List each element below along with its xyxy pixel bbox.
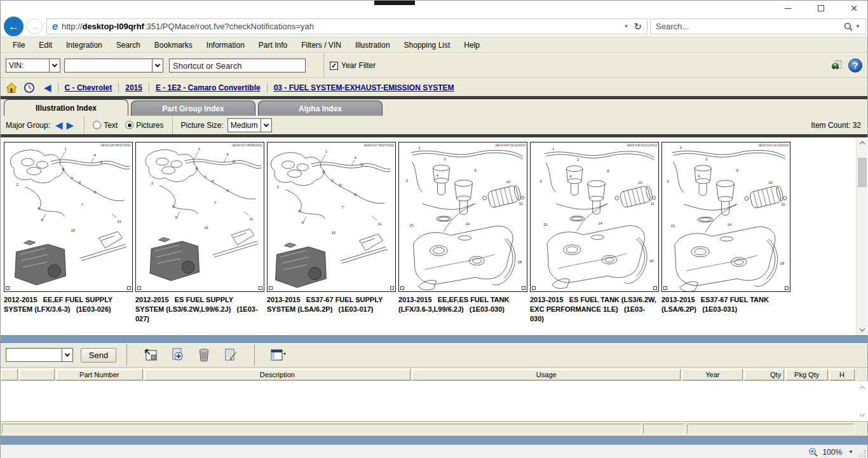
address-bar[interactable]: e http://desktop-l09qrhf:351/PQMace/root… bbox=[46, 18, 648, 34]
breadcrumb-make[interactable]: C - Chevrolet bbox=[65, 83, 112, 92]
breadcrumb-model[interactable]: E - 1E2 - Camaro Convertible bbox=[156, 83, 261, 92]
major-group-prev-icon[interactable]: ◀ bbox=[55, 120, 63, 131]
illustration-thumbnail[interactable]: 1E03-031 01/11/2013 bbox=[661, 142, 790, 292]
history-clock-icon[interactable] bbox=[24, 82, 35, 94]
text-radio[interactable] bbox=[93, 121, 101, 129]
gallery-scrollbar[interactable] bbox=[856, 137, 867, 335]
header-usage[interactable]: Usage bbox=[412, 369, 681, 380]
table-scrollbar[interactable] bbox=[858, 385, 867, 418]
illustration-drawing bbox=[662, 142, 790, 291]
header-part-number[interactable]: Part Number bbox=[56, 369, 143, 380]
illustration-caption[interactable]: 2013-2015 ES FUEL TANK (LS3/6.2W, EXC PE… bbox=[530, 295, 658, 324]
illustration-caption[interactable]: 2013-2015 ES37-67 FUEL TANK (LSA/6.2P) (… bbox=[661, 295, 790, 314]
illustration-thumbnail[interactable]: 1E03-030 01/11/2013 bbox=[398, 142, 527, 292]
header-pkg-qty[interactable]: Pkg Qty bbox=[785, 369, 828, 380]
year-filter-checkbox[interactable]: ✓ bbox=[330, 62, 338, 70]
send-button[interactable]: Send bbox=[81, 348, 116, 363]
minimize-button[interactable] bbox=[780, 2, 796, 15]
browser-search-box[interactable]: ▼ bbox=[650, 18, 866, 34]
header-qty[interactable]: Qty bbox=[744, 369, 784, 380]
pictures-radio[interactable] bbox=[125, 121, 133, 129]
picture-size-select[interactable]: Medium bbox=[227, 118, 272, 132]
breadcrumb-year[interactable]: 2015 bbox=[125, 83, 142, 92]
breadcrumb-back-icon[interactable]: ◀ bbox=[44, 82, 51, 94]
illustration-thumbnail[interactable]: 1E03-030 01/11/2013 bbox=[530, 142, 659, 292]
close-button[interactable]: × bbox=[846, 2, 862, 15]
scroll-up-button[interactable] bbox=[857, 137, 868, 148]
header-description[interactable]: Description bbox=[144, 369, 410, 380]
search-dropdown-icon[interactable]: ▼ bbox=[855, 24, 860, 29]
zoom-level[interactable]: 100% bbox=[822, 448, 842, 457]
header-thumb-column[interactable] bbox=[19, 369, 55, 380]
thumbnail-corner-icon bbox=[532, 286, 536, 290]
forward-button[interactable]: → bbox=[27, 18, 43, 34]
column-options-button[interactable] bbox=[270, 347, 287, 363]
thumbnail-corner-icon bbox=[653, 286, 657, 290]
chevron-up-icon[interactable] bbox=[860, 386, 865, 391]
illustration-thumbnail[interactable]: 1E03-027 06/06/2011 bbox=[135, 142, 264, 292]
major-group-next-icon[interactable]: ▶ bbox=[67, 120, 74, 131]
menu-illustration[interactable]: Illustration bbox=[348, 41, 397, 50]
back-button[interactable]: ← bbox=[4, 17, 24, 36]
pane-splitter[interactable] bbox=[1, 335, 867, 343]
maximize-button[interactable] bbox=[813, 2, 829, 15]
menu-help[interactable]: Help bbox=[457, 41, 487, 50]
pictures-radio-label: Pictures bbox=[136, 121, 163, 130]
chevron-down-icon[interactable] bbox=[860, 412, 865, 417]
delete-button[interactable] bbox=[196, 347, 212, 363]
illustration-caption[interactable]: 2013-2015 EE,EF,ES FUEL TANK (LFX/3.6-3,… bbox=[398, 295, 527, 314]
popout-window-button[interactable] bbox=[142, 347, 159, 363]
add-item-button[interactable] bbox=[169, 347, 186, 363]
picture-size-select-button[interactable] bbox=[261, 119, 271, 132]
header-h[interactable]: H bbox=[829, 369, 855, 380]
menu-search[interactable]: Search bbox=[109, 41, 147, 50]
vin-value-dropdown-button[interactable] bbox=[152, 59, 163, 72]
vehicle-report-icon[interactable] bbox=[831, 60, 843, 71]
vin-type-dropdown[interactable]: VIN: bbox=[6, 59, 60, 73]
menu-integration[interactable]: Integration bbox=[59, 41, 109, 50]
address-dropdown-icon[interactable]: ▼ bbox=[624, 24, 629, 29]
send-target-dropdown[interactable] bbox=[6, 348, 73, 362]
shortcut-search-input[interactable] bbox=[169, 59, 306, 73]
send-target-dropdown-button[interactable] bbox=[62, 349, 72, 361]
divider bbox=[118, 83, 119, 93]
url-text[interactable]: http://desktop-l09qrhf:351/PQMace/root.f… bbox=[62, 22, 619, 31]
scroll-down-button[interactable] bbox=[857, 324, 868, 335]
menu-edit[interactable]: Edit bbox=[32, 41, 59, 50]
header-year[interactable]: Year bbox=[682, 369, 743, 380]
zoom-dropdown-icon[interactable]: ▼ bbox=[848, 449, 853, 455]
scrollbar-thumb[interactable] bbox=[858, 158, 867, 187]
header-selector-column[interactable] bbox=[1, 369, 18, 380]
home-icon[interactable] bbox=[6, 82, 17, 94]
illustration-thumbnail[interactable]: 1E03-026 06/27/2011 bbox=[4, 142, 133, 292]
tab-illustration-index[interactable]: Illustration Index bbox=[4, 99, 128, 116]
zoom-magnifier-icon[interactable] bbox=[808, 447, 818, 457]
menu-part-info[interactable]: Part Info bbox=[252, 41, 294, 50]
breadcrumb-group[interactable]: 03 - FUEL SYSTEM-EXHAUST-EMISSION SYSTEM bbox=[274, 83, 454, 92]
illustration-card: 1E03-030 01/11/2013 2013-2015 EE,EF,ES F… bbox=[398, 142, 527, 324]
tab-alpha-index[interactable]: Alpha Index bbox=[258, 101, 383, 116]
resize-grip[interactable] bbox=[858, 450, 866, 457]
refresh-icon[interactable]: ↻ bbox=[634, 21, 642, 32]
search-icon[interactable] bbox=[844, 22, 853, 31]
menu-file[interactable]: File bbox=[6, 41, 32, 50]
illustration-drawing bbox=[268, 142, 395, 291]
vin-value-dropdown[interactable] bbox=[64, 59, 163, 73]
divider bbox=[267, 83, 268, 93]
tab-part-group-index[interactable]: Part Group Index bbox=[131, 101, 255, 116]
menu-bookmarks[interactable]: Bookmarks bbox=[147, 41, 200, 50]
menu-shopping-list[interactable]: Shopping List bbox=[397, 41, 458, 50]
menu-information[interactable]: Information bbox=[200, 41, 252, 50]
illustration-caption[interactable]: 2012-2015 EE,EF FUEL SUPPLY SYSTEM (LFX/… bbox=[4, 295, 132, 314]
illustration-thumbnail[interactable]: 1E03-017 04/27/2011 bbox=[267, 142, 396, 292]
edit-notes-button[interactable] bbox=[222, 347, 239, 363]
vin-type-dropdown-button[interactable] bbox=[49, 59, 60, 72]
browser-search-input[interactable] bbox=[651, 22, 844, 31]
parts-table-body[interactable] bbox=[1, 380, 868, 421]
thumbnail-corner-icon bbox=[269, 286, 273, 290]
help-button[interactable]: ? bbox=[848, 59, 862, 73]
illustration-caption[interactable]: 2013-2015 ES37-67 FUEL SUPPLY SYSTEM (LS… bbox=[267, 295, 395, 314]
illustration-caption[interactable]: 2012-2015 ES FUEL SUPPLY SYSTEM (LS3/6.2… bbox=[135, 295, 264, 324]
illustration-id-label: 1E03-026 06/27/2011 bbox=[100, 143, 131, 147]
menu-filters-vin[interactable]: Filters / VIN bbox=[294, 41, 348, 50]
